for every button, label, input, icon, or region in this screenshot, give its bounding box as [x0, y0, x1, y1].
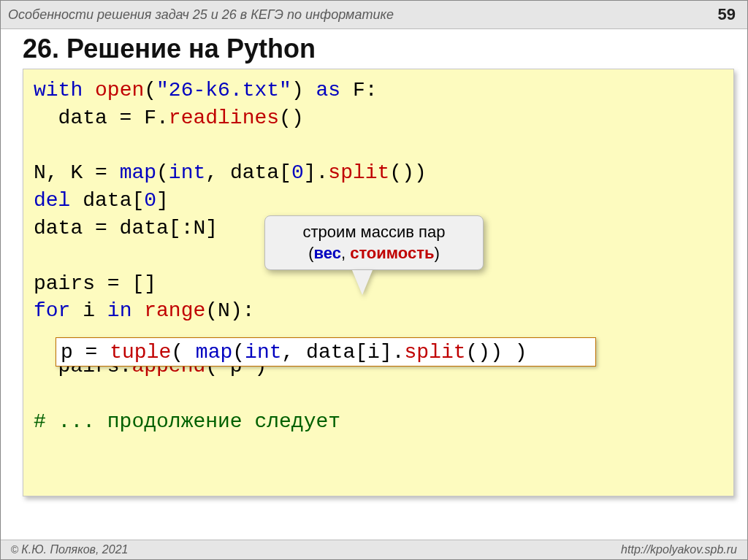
- highlighted-code-line: p = tuple( map(int, data[i].split()) ): [56, 337, 596, 367]
- page-number: 59: [718, 5, 736, 24]
- footer-bar: ©К.Ю. Поляков, 2021 http://kpolyakov.spb…: [1, 540, 747, 559]
- callout-tail-icon: [352, 270, 373, 295]
- callout-bubble: строим массив пар (вес, стоимость): [264, 215, 484, 295]
- slide: Особенности решения задач 25 и 26 в КЕГЭ…: [0, 0, 748, 560]
- code-block: with open("26-k6.txt") as F: data = F.re…: [23, 69, 734, 496]
- copyright-icon: ©: [11, 544, 18, 556]
- callout-text: строим массив пар (вес, стоимость): [264, 215, 484, 270]
- presentation-title: Особенности решения задач 25 и 26 в КЕГЭ…: [8, 7, 394, 23]
- title-bar: Особенности решения задач 25 и 26 в КЕГЭ…: [1, 1, 747, 29]
- slide-heading: 26. Решение на Python: [23, 34, 747, 64]
- copyright-text: ©К.Ю. Поляков, 2021: [11, 543, 128, 556]
- footer-url: http://kpolyakov.spb.ru: [621, 543, 737, 556]
